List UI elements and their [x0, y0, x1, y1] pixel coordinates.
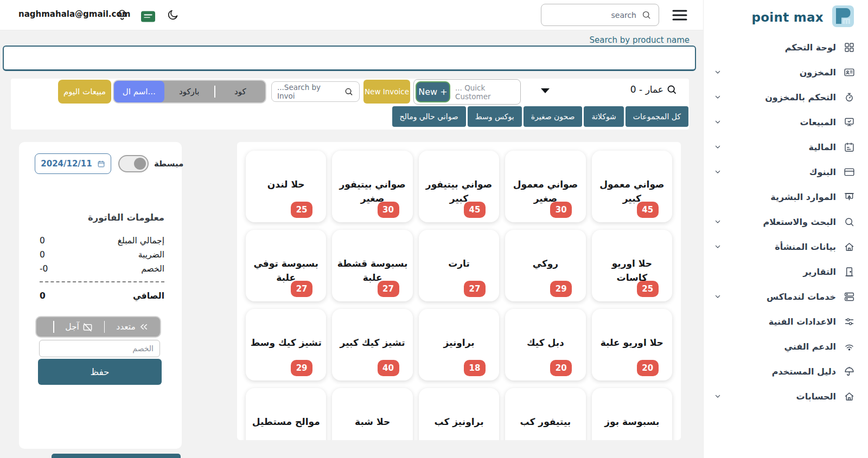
- sidebar-item-dashboard[interactable]: لوحة التحكم: [713, 37, 855, 57]
- product-card[interactable]: بيتيفور كب: [505, 388, 585, 440]
- invoice-panel: 2024/12/11 مبسطة معلومات الفاتورة إجمالي…: [19, 142, 182, 449]
- category-tab-sweet-salty-trays[interactable]: صواني حالي ومالح: [392, 106, 466, 127]
- category-tab-all-groups[interactable]: كل المجموعات: [626, 106, 688, 127]
- save-button[interactable]: حفظ: [38, 359, 162, 385]
- saudi-flag-icon[interactable]: [141, 9, 155, 23]
- sidebar-item-label: البحث والاستعلام: [763, 217, 836, 227]
- product-card[interactable]: تشيز كيك وسط29: [246, 309, 326, 380]
- product-qty-badge: 20: [637, 360, 659, 376]
- header-search-placeholder: search: [611, 11, 636, 20]
- category-tab-small-plates[interactable]: صحون صغيرة: [524, 106, 583, 127]
- category-tabs: كل المجموعات شوكلاتة صحون صغيرة بوكس وسط…: [392, 106, 688, 127]
- product-name: بسبوسة بوز: [604, 415, 659, 429]
- sidebar-item-banks[interactable]: البنوك: [713, 162, 855, 182]
- product-card[interactable]: بسبوسة قشطة علبة27: [332, 230, 412, 301]
- new-invoice-button[interactable]: New Invoice: [363, 80, 410, 104]
- toggle-knob: [134, 158, 146, 170]
- clipped-save-bar[interactable]: [52, 454, 181, 458]
- dropdown-caret-icon[interactable]: [541, 88, 550, 93]
- product-card[interactable]: حلا اوريو علبة20: [592, 309, 672, 380]
- search-mode-barcode[interactable]: باركود: [164, 81, 215, 102]
- product-search-label: Search by product name: [590, 35, 690, 45]
- product-card[interactable]: بسبوسة توفي علبة27: [246, 230, 326, 301]
- payment-type-clipped[interactable]: [35, 317, 53, 337]
- chevron-down-icon: [713, 143, 722, 151]
- product-qty-badge: 29: [291, 360, 312, 376]
- calendar-icon: [844, 141, 855, 153]
- sidebar-item-label: دليل المستخدم: [772, 366, 836, 377]
- dark-mode-moon-icon[interactable]: [166, 8, 180, 22]
- category-tab-chocolate[interactable]: شوكلاتة: [584, 106, 623, 127]
- product-card[interactable]: صواني بيتيفور صغير30: [332, 151, 412, 222]
- sidebar-item-inventory[interactable]: المخزون: [713, 62, 855, 82]
- payment-type-label: آجل: [65, 322, 79, 332]
- product-card[interactable]: حلا اوريو كاسات25: [592, 230, 672, 301]
- product-search-input[interactable]: Search by product name: [3, 46, 696, 71]
- product-name: موالح مستطيل: [252, 415, 320, 429]
- quick-customer-input[interactable]: ... Quick Customer: [455, 80, 520, 104]
- net-value: 0: [40, 291, 46, 301]
- product-card[interactable]: صواني بيتيفور كبير45: [419, 151, 499, 222]
- product-card[interactable]: تارت27: [419, 230, 499, 301]
- chevron-down-icon: [713, 167, 722, 176]
- product-card[interactable]: صواني معمول صغير30: [505, 151, 585, 222]
- invoice-toolbar: مبيعات اليوم اسم ال... باركود كود ...Sea…: [11, 79, 689, 130]
- customer-display[interactable]: عمار - 0: [630, 84, 677, 95]
- product-card[interactable]: تشيز كيك كبير40: [332, 309, 412, 380]
- category-tab-medium-box[interactable]: بوكس وسط: [468, 106, 522, 127]
- product-card[interactable]: حلا شبة: [332, 388, 412, 440]
- product-card[interactable]: حلا لندن25: [246, 151, 326, 222]
- sidebar-item-technical-settings[interactable]: الاعدادات الفنية: [713, 311, 855, 332]
- product-card[interactable]: روكي29: [505, 230, 585, 301]
- payment-type-segments: متعدد آجل: [35, 317, 160, 337]
- invoice-search-input[interactable]: ...Search by Invoi: [271, 81, 360, 102]
- product-card[interactable]: براونيز كب: [419, 388, 499, 440]
- sidebar-item-technical-support[interactable]: الدعم الفني: [713, 336, 855, 357]
- sidebar-item-hr[interactable]: الموارد البشرية: [713, 186, 855, 207]
- today-sales-button[interactable]: مبيعات اليوم: [58, 80, 111, 104]
- search-mode-name[interactable]: اسم ال...: [114, 81, 164, 102]
- product-name: حلا شبة: [355, 415, 390, 429]
- sidebar-item-inventory-control[interactable]: التحكم بالمخزون: [713, 87, 855, 107]
- new-customer-button[interactable]: New +: [416, 81, 450, 102]
- total-amount-value: 0: [40, 236, 45, 246]
- sidebar-item-sales[interactable]: المبيعات: [713, 112, 855, 132]
- header-search-input[interactable]: search: [541, 4, 659, 26]
- simplified-toggle[interactable]: [118, 155, 149, 172]
- product-card[interactable]: براونيز18: [419, 309, 499, 380]
- segment-divider: [53, 321, 54, 333]
- product-name: حلا لندن: [267, 178, 305, 192]
- sidebar-item-reports[interactable]: التقارير: [713, 261, 855, 282]
- date-row: 2024/12/11 مبسطة: [35, 153, 183, 174]
- sidebar-item-facility-data[interactable]: بيانات المنشأة: [713, 236, 855, 257]
- search-mode-code[interactable]: كود: [215, 81, 266, 102]
- sidebar-item-label: خدمات لندماكس: [767, 292, 836, 302]
- product-card[interactable]: بسبوسة بوز: [592, 388, 672, 440]
- sidebar-item-search-inquiry[interactable]: البحث والاستعلام: [713, 211, 855, 232]
- payment-type-multiple[interactable]: متعدد: [105, 317, 160, 337]
- product-card[interactable]: دبل كيك20: [505, 309, 585, 380]
- sidebar-item-label: لوحة التحكم: [785, 42, 836, 53]
- product-card[interactable]: موالح مستطيل: [246, 388, 326, 440]
- payment-type-deferred[interactable]: آجل: [54, 317, 104, 337]
- brand-row: point max: [704, 0, 868, 33]
- product-name: صواني بيتيفور كبير: [423, 178, 495, 205]
- segment-divider: [104, 321, 105, 333]
- invoice-date-input[interactable]: 2024/12/11: [35, 153, 111, 174]
- product-grid-container: صواني معمول كبير45 صواني معمول صغير30 صو…: [237, 142, 681, 440]
- product-name: براونيز كب: [434, 415, 483, 429]
- sidebar-item-landmax-services[interactable]: خدمات لندماكس: [713, 286, 855, 307]
- product-name: دبل كيك: [527, 336, 564, 350]
- umbrella-icon: [844, 366, 855, 377]
- discount-input[interactable]: الخصم: [39, 340, 160, 357]
- net-row: الصافي 0: [40, 291, 164, 301]
- sidebar-item-user-guide[interactable]: دليل المستخدم: [713, 361, 855, 382]
- hamburger-menu-icon[interactable]: [672, 8, 688, 24]
- product-card[interactable]: صواني معمول كبير45: [592, 151, 672, 222]
- notifications-bell-icon[interactable]: [115, 8, 129, 22]
- double-chevron-icon: [139, 322, 149, 332]
- credit-card-icon: [844, 166, 855, 178]
- sidebar-item-accounts[interactable]: الحسابات: [713, 386, 855, 407]
- sidebar-item-finance[interactable]: المالية: [713, 137, 855, 157]
- product-name: صواني بيتيفور صغير: [336, 178, 408, 205]
